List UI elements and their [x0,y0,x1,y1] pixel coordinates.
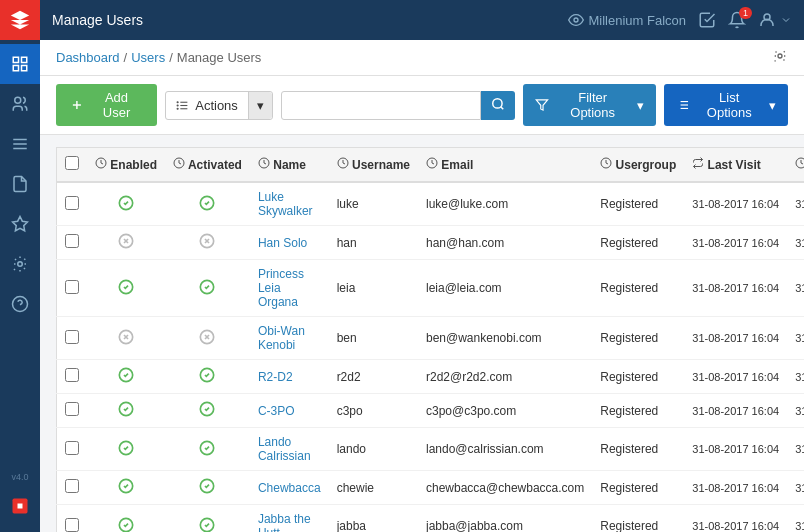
row-checkbox-cell[interactable] [57,317,88,360]
row-name[interactable]: Jabba the Hutt [250,505,329,533]
row-checkbox[interactable] [65,402,79,416]
sidebar-item-help[interactable] [0,284,40,324]
row-checkbox-cell[interactable] [57,226,88,260]
sidebar-item-components[interactable] [0,204,40,244]
row-name[interactable]: Princess Leia Organa [250,260,329,317]
list-options-button[interactable]: List Options ▾ [664,84,788,126]
row-checkbox[interactable] [65,479,79,493]
add-user-button[interactable]: Add User [56,84,157,126]
search-input[interactable] [281,91,481,120]
row-name[interactable]: Luke Skywalker [250,182,329,226]
row-enabled[interactable] [87,394,165,428]
notifications-btn[interactable]: 1 [728,11,746,29]
settings-icon-btn[interactable] [772,48,788,67]
row-usergroup: Registered [592,428,684,471]
row-name[interactable]: C-3PO [250,394,329,428]
user-menu-btn[interactable] [758,11,792,29]
sidebar-bottom: v4.0 [0,468,40,532]
row-last-visit: 31-08-2017 16:04 [684,360,787,394]
sidebar-item-home[interactable] [0,44,40,84]
row-enabled[interactable] [87,182,165,226]
sidebar-item-extensions[interactable] [0,244,40,284]
row-checkbox[interactable] [65,441,79,455]
row-enabled[interactable] [87,471,165,505]
row-email: ben@wankenobi.com [418,317,592,360]
row-checkbox-cell[interactable] [57,428,88,471]
table-row: C-3PO c3po c3po@c3po.com Registered 31-0… [57,394,805,428]
sidebar-item-menu[interactable] [0,124,40,164]
usergroup-sort-icon [600,157,612,169]
search-button[interactable] [481,91,515,120]
row-last-visit: 31-08-2017 16:04 [684,317,787,360]
col-header-email[interactable]: Email [418,148,592,183]
col-header-last-visit[interactable]: Last Visit [684,148,787,183]
row-checkbox-cell[interactable] [57,260,88,317]
row-activated[interactable] [165,226,250,260]
row-activated[interactable] [165,505,250,533]
sidebar-item-users[interactable] [0,84,40,124]
row-checkbox-cell[interactable] [57,394,88,428]
breadcrumb-bar: Dashboard / Users / Manage Users [40,40,804,76]
row-last-visit: 31-08-2017 16:04 [684,471,787,505]
row-checkbox[interactable] [65,196,79,210]
row-enabled[interactable] [87,226,165,260]
actions-dropdown-caret[interactable]: ▾ [248,92,272,119]
filter-options-button[interactable]: Filter Options ▾ [523,84,656,126]
row-checkbox-cell[interactable] [57,182,88,226]
row-checkbox-cell[interactable] [57,471,88,505]
row-name[interactable]: Chewbacca [250,471,329,505]
select-all-checkbox[interactable] [65,156,79,170]
row-enabled[interactable] [87,505,165,533]
col-header-enabled[interactable]: Enabled [87,148,165,183]
col-header-activated[interactable]: Activated [165,148,250,183]
username-sort-icon [337,157,349,169]
sidebar-item-content[interactable] [0,164,40,204]
row-checkbox-cell[interactable] [57,505,88,533]
col-header-usergroup[interactable]: Usergroup [592,148,684,183]
table-row: Obi-Wan Kenobi ben ben@wankenobi.com Reg… [57,317,805,360]
row-enabled[interactable] [87,428,165,471]
col-header-registered[interactable]: Registered [787,148,804,183]
row-enabled[interactable] [87,317,165,360]
row-enabled[interactable] [87,360,165,394]
row-activated[interactable] [165,260,250,317]
row-activated[interactable] [165,182,250,226]
row-checkbox[interactable] [65,234,79,248]
row-name[interactable]: Obi-Wan Kenobi [250,317,329,360]
row-name[interactable]: R2-D2 [250,360,329,394]
joomla-logo[interactable] [0,486,40,526]
col-header-name[interactable]: Name [250,148,329,183]
row-registered: 31-08-2017 16:04 [787,360,804,394]
row-activated[interactable] [165,360,250,394]
row-checkbox-cell[interactable] [57,360,88,394]
row-last-visit: 31-08-2017 16:04 [684,226,787,260]
logo[interactable] [0,0,40,40]
checklist-icon-btn[interactable] [698,11,716,29]
row-email: chewbacca@chewbacca.com [418,471,592,505]
table-row: Chewbacca chewie chewbacca@chewbacca.com… [57,471,805,505]
breadcrumb-dashboard[interactable]: Dashboard [56,50,120,65]
row-enabled[interactable] [87,260,165,317]
row-activated[interactable] [165,394,250,428]
row-checkbox[interactable] [65,368,79,382]
chevron-down-icon [780,14,792,26]
actions-button[interactable]: Actions ▾ [165,91,273,120]
row-name[interactable]: Han Solo [250,226,329,260]
row-checkbox[interactable] [65,280,79,294]
svg-line-24 [501,106,504,109]
row-username: c3po [329,394,418,428]
row-last-visit: 31-08-2017 16:04 [684,260,787,317]
activated-sort-icon [173,157,185,169]
row-activated[interactable] [165,428,250,471]
row-username: lando [329,428,418,471]
row-activated[interactable] [165,471,250,505]
breadcrumb-users[interactable]: Users [131,50,165,65]
row-email: r2d2@r2d2.com [418,360,592,394]
col-header-username[interactable]: Username [329,148,418,183]
row-email: luke@luke.com [418,182,592,226]
row-name[interactable]: Lando Calrissian [250,428,329,471]
row-activated[interactable] [165,317,250,360]
row-checkbox[interactable] [65,330,79,344]
site-link[interactable]: Millenium Falcon [568,12,686,28]
row-checkbox[interactable] [65,518,79,532]
